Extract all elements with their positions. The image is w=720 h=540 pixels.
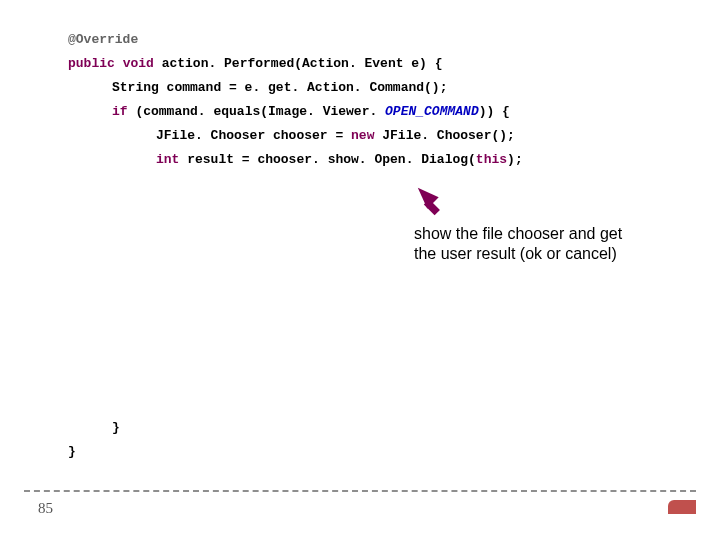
- page-number: 85: [38, 500, 53, 517]
- code-line-result: int result = chooser. show. Open. Dialog…: [68, 148, 720, 172]
- code-line-annotation: @Override: [68, 28, 720, 52]
- footer-accent: [668, 500, 696, 514]
- arrow-icon: [414, 184, 452, 222]
- code-line-if: if (command. equals(Image. Viewer. OPEN_…: [68, 100, 720, 124]
- code-line-close-if: }: [68, 416, 720, 440]
- code-line-close-method: }: [68, 440, 720, 464]
- callout-text: show the file chooser and get the user r…: [414, 224, 629, 264]
- divider-line: [24, 490, 696, 492]
- code-line-command: String command = e. get. Action. Command…: [68, 76, 720, 100]
- code-line-chooser: JFile. Chooser chooser = new JFile. Choo…: [68, 124, 720, 148]
- code-line-signature: public void action. Performed(Action. Ev…: [68, 52, 720, 76]
